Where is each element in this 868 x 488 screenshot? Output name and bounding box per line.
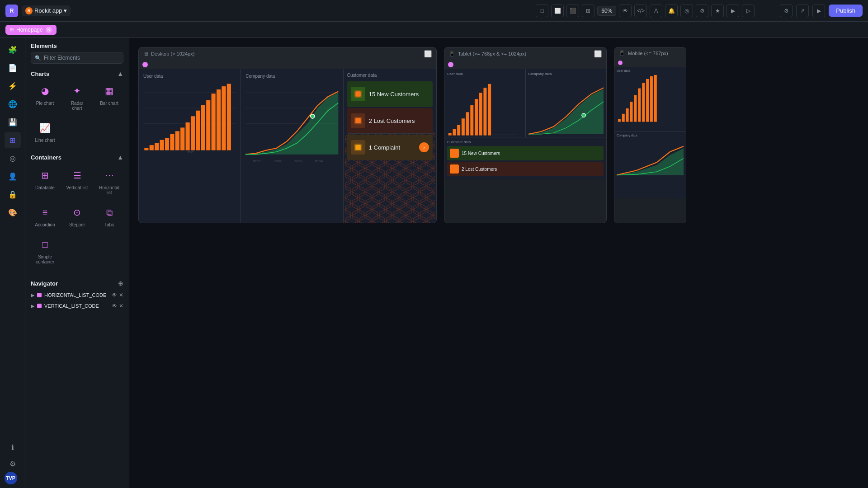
notification-icon[interactable]: 🔔 <box>665 5 678 17</box>
tablet-lost-customers[interactable]: 2 Lost Customers <box>447 162 604 176</box>
tablet-preview-header: 📱 Tablet (>= 768px & <= 1024px) ⬜ <box>444 47 606 60</box>
svg-text:Item3: Item3 <box>295 160 302 163</box>
tab-close-button[interactable]: ✕ <box>46 27 52 33</box>
target-icon[interactable]: ◎ <box>680 5 693 17</box>
complaint-item[interactable]: 1 Complaint › <box>347 135 433 160</box>
navigator-toggle[interactable]: ⊕ <box>118 280 123 287</box>
nav-expand-icon[interactable]: ▶ <box>31 292 34 298</box>
container-accordion[interactable]: ≡ Accordion <box>31 202 59 230</box>
svg-rect-66 <box>646 79 649 122</box>
top-toolbar: R R Rockit app ▾ □ ⬜ ⬛ ⊞ 60% 👁 </> A 🔔 ◎… <box>0 0 868 22</box>
svg-rect-67 <box>650 76 653 122</box>
sidebar-icon-info[interactable]: ℹ <box>5 439 21 455</box>
svg-rect-45 <box>462 118 465 135</box>
elements-header: Elements <box>25 38 129 52</box>
nav-expand-icon-2[interactable]: ▶ <box>31 303 34 309</box>
nav-item-actions: 👁 ✕ <box>112 292 123 298</box>
container-horizontal-list[interactable]: ⋯ Horizontal list <box>95 164 123 198</box>
app-color-dot: R <box>25 7 33 14</box>
lost-customers-item[interactable]: 2 Lost Customers <box>347 108 433 134</box>
filter-input-wrapper[interactable]: 🔍 Filter Elements <box>31 52 123 64</box>
svg-rect-51 <box>488 84 491 136</box>
app-name-selector[interactable]: R Rockit app ▾ <box>22 5 71 16</box>
app-logo[interactable]: R <box>5 5 18 17</box>
new-customers-item[interactable]: 15 New Customers <box>347 81 433 107</box>
sidebar-icon-pages[interactable]: 📄 <box>5 60 21 76</box>
nav-visibility-icon-2[interactable]: 👁 <box>112 303 117 309</box>
user-avatar[interactable]: TVP <box>5 472 17 484</box>
sidebar-icon-users[interactable]: 👤 <box>5 168 21 184</box>
nav-item-dot-2 <box>37 304 42 308</box>
sidebar-icon-lock[interactable]: 🔒 <box>5 186 21 202</box>
charts-toggle[interactable]: ▲ <box>117 70 123 77</box>
container-vertical-list[interactable]: ☰ Vertical list <box>63 164 91 198</box>
share-icon[interactable]: ↗ <box>796 5 809 17</box>
tablet-new-customers[interactable]: 15 New Customers <box>447 146 604 160</box>
radar-chart-label: Radar chart <box>66 101 89 111</box>
sidebar-icon-save[interactable]: 💾 <box>5 114 21 130</box>
tablet-preview-action[interactable]: ⬜ <box>594 50 602 57</box>
complaint-arrow[interactable]: › <box>419 142 429 152</box>
nav-item-vertical[interactable]: ▶ VERTICAL_LIST_CODE 👁 ✕ <box>31 300 123 311</box>
sidebar-icon-theme[interactable]: 🎨 <box>5 204 21 221</box>
sidebar-icon-settings[interactable]: ⚙ <box>5 455 21 472</box>
containers-section: Containers ▲ ⊞ Datatable ☰ Vertical list… <box>25 151 129 272</box>
tablet-customer-title: Customer data <box>447 140 604 144</box>
customer-panel-content: Customer data 15 New Customers <box>344 69 436 164</box>
container-datatable[interactable]: ⊞ Datatable <box>31 164 59 198</box>
complaint-label: 1 Complaint <box>369 144 415 151</box>
sidebar-icon-actions[interactable]: ⚡ <box>5 78 21 94</box>
containers-title: Containers ▲ <box>31 151 123 164</box>
tablet-user-chart: Time <box>447 78 523 137</box>
play-icon[interactable]: ▶ <box>726 5 739 17</box>
chart-item-line[interactable]: 📈 Line chart <box>31 117 59 145</box>
nav-remove-icon[interactable]: ✕ <box>119 292 123 298</box>
container-simple[interactable]: □ Simple container <box>31 234 59 267</box>
chart-item-bar[interactable]: ▦ Bar chart <box>95 80 123 113</box>
container-tabs[interactable]: ⧉ Tabs <box>95 202 123 230</box>
fast-play-icon[interactable]: ▷ <box>742 5 755 17</box>
datatable-icon: ⊞ <box>37 167 53 183</box>
chart-item-pie[interactable]: ◕ Pie chart <box>31 80 59 113</box>
charts-section: Charts ▲ ◕ Pie chart ✦ Radar chart ▦ Bar… <box>25 67 129 151</box>
text-tool[interactable]: A <box>650 5 662 17</box>
sidebar-icon-grid[interactable]: ⊞ <box>5 132 21 148</box>
navigator-title: Navigator <box>31 280 58 287</box>
nav-item-horizontal[interactable]: ▶ HORIZONTAL_LIST_CODE 👁 ✕ <box>31 290 123 300</box>
nav-remove-icon-2[interactable]: ✕ <box>119 303 123 309</box>
publish-button[interactable]: Publish <box>829 5 863 17</box>
tablet-new-label: 15 New Customers <box>462 151 500 156</box>
run-icon[interactable]: ▶ <box>812 5 825 17</box>
svg-rect-49 <box>479 93 482 135</box>
nav-item-dot <box>37 293 42 297</box>
sidebar-icon-data[interactable]: 🌐 <box>5 96 21 112</box>
user-data-chart: Time <box>143 82 236 155</box>
line-chart-icon: 📈 <box>37 120 53 136</box>
sidebar-icon-circle[interactable]: ◎ <box>5 150 21 166</box>
crop-tool[interactable]: ⬛ <box>566 5 579 17</box>
select-tool[interactable]: ⬜ <box>551 5 564 17</box>
sidebar-icon-plugin[interactable]: 🧩 <box>5 42 21 58</box>
tab-homepage-label: Homepage <box>16 27 43 33</box>
container-stepper[interactable]: ⊙ Stepper <box>63 202 91 230</box>
nav-visibility-icon[interactable]: 👁 <box>112 292 117 298</box>
grid-tool[interactable]: ⊞ <box>582 5 594 17</box>
zoom-selector[interactable]: 60% <box>597 6 616 16</box>
app-name-chevron: ▾ <box>64 7 67 14</box>
settings2-icon[interactable]: ⚙ <box>780 5 793 17</box>
tablet-lost-label: 2 Lost Customers <box>462 167 497 172</box>
elements-title: Elements <box>31 42 57 49</box>
containers-toggle[interactable]: ▲ <box>117 154 123 161</box>
chart-item-radar[interactable]: ✦ Radar chart <box>63 80 91 113</box>
bar-chart-icon: ▦ <box>101 83 118 99</box>
preview-tool[interactable]: 👁 <box>619 5 632 17</box>
settings-icon[interactable]: ⚙ <box>696 5 708 17</box>
code-tool[interactable]: </> <box>634 5 647 17</box>
tab-homepage[interactable]: ⊞ Homepage ✕ <box>5 25 57 35</box>
star-icon[interactable]: ★ <box>711 5 724 17</box>
svg-marker-54 <box>528 89 604 134</box>
frame-tool[interactable]: □ <box>536 5 548 17</box>
desktop-preview-action[interactable]: ⬜ <box>424 50 432 57</box>
nav-item-h-label: HORIZONTAL_LIST_CODE <box>44 292 109 298</box>
svg-rect-62 <box>630 102 633 122</box>
